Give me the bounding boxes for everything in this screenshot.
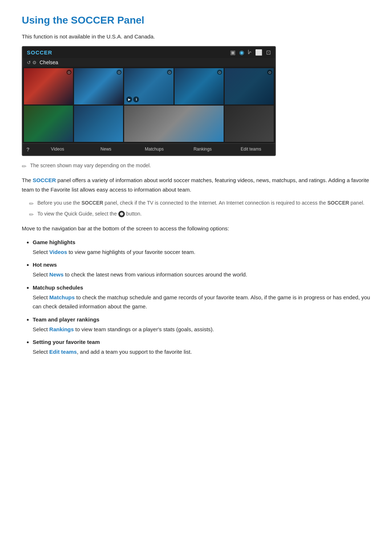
nav-rankings: Rankings xyxy=(179,144,227,155)
icon-settings: ◉ xyxy=(239,49,244,56)
team-icons: ↺ ⚙ xyxy=(27,60,37,65)
nav-edit-teams: Edit teams xyxy=(227,144,275,155)
pencil-icon-2: ✏ xyxy=(29,200,34,207)
pencil-icon-3: ✏ xyxy=(29,211,34,218)
panel-header: SOCCER ▣ ◉ ᗁ ⬜ ⊡ xyxy=(23,47,275,58)
screen-note-text: The screen shown may vary depending on t… xyxy=(30,163,151,168)
page-title: Using the SOCCER Panel xyxy=(22,15,370,26)
bullet-desc-2: Select News to check the latest news fro… xyxy=(33,270,370,279)
thumb-7 xyxy=(74,106,123,142)
nav-access-text: Move to the navigation bar at the bottom… xyxy=(22,224,370,233)
rankings-link[interactable]: Rankings xyxy=(49,326,74,332)
soccer-nav: ? Videos News Matchups Rankings Edit tea… xyxy=(23,143,275,155)
videos-link[interactable]: Videos xyxy=(49,249,67,255)
thumb-pin-2 xyxy=(117,70,122,75)
circle-2-icon: ❷ xyxy=(118,211,125,217)
soccer-link-1[interactable]: SOCCER xyxy=(33,177,56,183)
bullet-desc-1: Select Videos to view game highlights of… xyxy=(33,247,370,257)
settings-icon: ⚙ xyxy=(32,60,37,65)
thumb-play-3: ▶ ℹ xyxy=(126,97,139,102)
panel-title: SOCCER xyxy=(27,49,52,56)
icon-info: ⊡ xyxy=(266,49,271,56)
bullet-matchup-schedules: Matchup schedules Select Matchups to che… xyxy=(33,284,370,311)
bullet-title-1: Game highlights xyxy=(33,239,370,245)
thumb-2 xyxy=(74,68,123,104)
bullet-title-4: Team and player rankings xyxy=(33,316,370,323)
nav-videos: Videos xyxy=(33,144,82,155)
thumb-5 xyxy=(225,68,274,104)
note-text-2: To view the Quick Guide, select the ❷ bu… xyxy=(37,211,142,217)
thumb-8 xyxy=(124,106,223,142)
pencil-icon-1: ✏ xyxy=(22,163,26,170)
thumb-6 xyxy=(24,106,73,142)
thumb-9 xyxy=(225,106,274,142)
bullet-rankings: Team and player rankings Select Rankings… xyxy=(33,316,370,334)
screen-note: ✏ The screen shown may vary depending on… xyxy=(22,163,370,170)
notes-list: ✏ Before you use the SOCCER panel, check… xyxy=(29,200,370,218)
bullet-hot-news: Hot news Select News to check the latest… xyxy=(33,262,370,279)
note-item-1: ✏ Before you use the SOCCER panel, check… xyxy=(29,200,370,207)
team-row: ↺ ⚙ Chelsea xyxy=(23,58,275,67)
thumb-pin-1 xyxy=(66,70,72,75)
main-paragraph: The SOCCER panel offers a variety of inf… xyxy=(22,176,370,194)
team-name: Chelsea xyxy=(40,59,58,65)
thumbnail-grid: ▶ ℹ xyxy=(23,67,275,143)
bullet-desc-5: Select Edit teams, and add a team you su… xyxy=(33,347,370,357)
bullet-list: Game highlights Select Videos to view ga… xyxy=(33,239,370,357)
thumb-1 xyxy=(24,68,73,104)
thumb-pin-5 xyxy=(267,70,272,75)
nav-matchups: Matchups xyxy=(130,144,178,155)
edit-teams-link[interactable]: Edit teams xyxy=(49,349,77,355)
nav-news: News xyxy=(82,144,130,155)
bullet-title-5: Setting your favorite team xyxy=(33,339,370,345)
thumb-pin-4 xyxy=(217,70,222,75)
bullet-title-3: Matchup schedules xyxy=(33,284,370,291)
icon-bookmark: ⬜ xyxy=(255,49,262,56)
bullet-title-2: Hot news xyxy=(33,262,370,268)
bullet-desc-3: Select Matchups to check the matchup sch… xyxy=(33,293,370,311)
thumb-pin-3 xyxy=(167,70,172,75)
note-item-2: ✏ To view the Quick Guide, select the ❷ … xyxy=(29,211,370,218)
note-text-1: Before you use the SOCCER panel, check i… xyxy=(37,200,364,206)
bullet-game-highlights: Game highlights Select Videos to view ga… xyxy=(33,239,370,257)
icon-grid: ▣ xyxy=(230,49,236,56)
bullet-desc-4: Select Rankings to view team standings o… xyxy=(33,325,370,334)
header-icons: ▣ ◉ ᗁ ⬜ ⊡ xyxy=(230,49,271,56)
refresh-icon: ↺ xyxy=(27,60,31,65)
icon-share: ᗁ xyxy=(248,49,252,56)
soccer-panel-ui: SOCCER ▣ ◉ ᗁ ⬜ ⊡ ↺ ⚙ Chelsea ▶ ℹ xyxy=(22,46,276,156)
matchups-link[interactable]: Matchups xyxy=(49,294,75,300)
intro-text: This function is not available in the U.… xyxy=(22,33,370,40)
nav-help: ? xyxy=(23,144,33,155)
bullet-favorite-team: Setting your favorite team Select Edit t… xyxy=(33,339,370,357)
news-link[interactable]: News xyxy=(49,271,64,278)
thumb-4 xyxy=(175,68,224,104)
thumb-3: ▶ ℹ xyxy=(124,68,173,104)
